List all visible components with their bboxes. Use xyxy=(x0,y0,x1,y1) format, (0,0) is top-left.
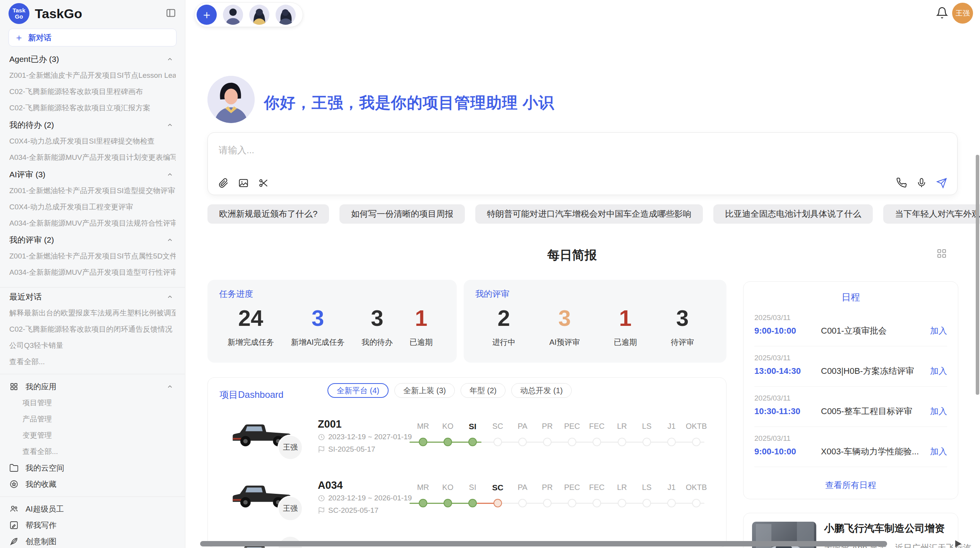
sidebar-item-favorites[interactable]: 我的收藏 xyxy=(9,478,176,490)
vertical-scrollbar[interactable] xyxy=(976,155,979,395)
section-my-apps[interactable]: 我的应用 xyxy=(9,380,176,393)
horizontal-scrollbar[interactable] xyxy=(200,541,887,546)
sidebar-item-cloud-space[interactable]: 我的云空间 xyxy=(9,462,176,474)
view-all-apps-link[interactable]: 查看全部... xyxy=(9,445,176,458)
suggestion-chip[interactable]: 当下年轻人对汽车外观有怎样的喜好趋势 xyxy=(883,204,980,224)
chevron-up-icon[interactable] xyxy=(166,122,173,128)
logo-line2: Go xyxy=(15,14,23,20)
join-link[interactable]: 加入 xyxy=(930,325,947,337)
suggestion-chips: 欧洲新规最近颁布了什么? 如何写一份清晰的项目周报 特朗普可能对进口汽车增税会对… xyxy=(207,204,980,224)
tab-new-platform[interactable]: 全新平台 (4) xyxy=(327,383,389,398)
chevron-up-icon[interactable] xyxy=(166,383,173,390)
milestone-label: LS xyxy=(634,422,659,431)
sidebar-item[interactable]: A034-全新新能源MUV产品开发项目计划变更表编写 xyxy=(9,151,176,164)
logo-line1: Task xyxy=(12,7,25,14)
clock-icon xyxy=(318,433,325,441)
stat-value: 3 xyxy=(291,304,345,332)
sidebar: Task Go TaskGo ＋ 新对话 Agent已办 (3) Z001-全新… xyxy=(0,0,185,548)
stat-label: 新增完成任务 xyxy=(228,337,274,348)
assistant-avatar xyxy=(207,76,255,123)
send-icon[interactable] xyxy=(936,178,947,188)
tab-year-model[interactable]: 年型 (2) xyxy=(461,383,505,398)
project-code: Z001 xyxy=(318,418,342,430)
sidebar-item[interactable]: A034-全新新能源MUV产品开发项目法规符合性评审 xyxy=(9,217,176,229)
sidebar-item[interactable]: C0X4-动力总成开发项目SI里程碑提交物检查 xyxy=(9,135,176,147)
stat-label: AI预评审 xyxy=(549,337,580,348)
milestone-label: SC xyxy=(485,483,510,492)
view-all-chats-link[interactable]: 查看全部... xyxy=(9,356,176,368)
section-ai-review[interactable]: AI评审 (3) xyxy=(9,168,176,181)
app-item-product-mgmt[interactable]: 产品管理 xyxy=(9,413,176,425)
section-agent-done[interactable]: Agent已办 (3) xyxy=(9,53,176,65)
avatar[interactable] xyxy=(223,5,243,25)
sidebar-item[interactable]: A034-全新新能源MUV产品开发项目造型可行性评审 xyxy=(9,266,176,279)
scroll-right-arrow[interactable] xyxy=(955,540,961,547)
avatar[interactable] xyxy=(276,5,296,25)
join-link[interactable]: 加入 xyxy=(930,446,947,457)
chevron-up-icon[interactable] xyxy=(166,56,173,63)
milestone-label: OKTB xyxy=(684,483,709,492)
add-agent-button[interactable]: ＋ xyxy=(197,5,217,25)
sidebar-item-creative-drawing[interactable]: 创意制图 xyxy=(9,535,176,548)
collapse-sidebar-icon[interactable] xyxy=(166,8,176,18)
attachment-icon[interactable] xyxy=(218,178,229,188)
stat: 1已逾期 xyxy=(614,304,637,348)
join-link[interactable]: 加入 xyxy=(930,406,947,417)
section-my-review[interactable]: 我的评审 (2) xyxy=(9,234,176,246)
user-avatar[interactable]: 王强 xyxy=(952,3,973,24)
milestone-node xyxy=(642,499,651,507)
flag-icon xyxy=(318,446,325,453)
recent-chat-item[interactable]: 公司Q3轻卡销量 xyxy=(9,339,176,352)
milestone-label: PEC xyxy=(560,483,584,492)
sidebar-item[interactable]: Z001-全新燃油轻卡产品开发项目SI节点属性5D文件评审 xyxy=(9,250,176,262)
app-item-change-mgmt[interactable]: 变更管理 xyxy=(9,429,176,442)
suggestion-chip[interactable]: 如何写一份清晰的项目周报 xyxy=(339,204,465,224)
suggestion-chip[interactable]: 特朗普可能对进口汽车增税会对中国车企造成哪些影响 xyxy=(475,204,703,224)
sidebar-item[interactable]: C02-飞腾新能源轻客改款项目里程碑画布 xyxy=(9,86,176,98)
chevron-up-icon[interactable] xyxy=(166,171,173,178)
layout-grid-icon[interactable] xyxy=(936,248,947,259)
chevron-up-icon[interactable] xyxy=(166,236,173,243)
phone-icon[interactable] xyxy=(896,178,907,188)
divider xyxy=(0,497,185,497)
app-item-project-mgmt[interactable]: 项目管理 xyxy=(9,397,176,409)
sidebar-item[interactable]: C02-飞腾新能源轻客改款项目立项汇报方案 xyxy=(9,102,176,114)
schedule-time: 9:00-10:00 xyxy=(754,326,821,336)
recent-chat-item[interactable]: C02-飞腾新能源轻客改款项目的闭环通告反馈情况 xyxy=(9,323,176,336)
join-link[interactable]: 加入 xyxy=(930,365,947,377)
project-dates: 2023-12-19 ~ 2026-01-19 xyxy=(318,494,412,502)
card-title: 我的评审 xyxy=(475,288,711,300)
stat-value: 1 xyxy=(614,304,637,332)
sidebar-item-help-me-write[interactable]: 帮我写作 xyxy=(9,519,176,531)
scissors-icon[interactable] xyxy=(258,178,269,188)
milestone-node xyxy=(692,438,701,446)
new-chat-button[interactable]: ＋ 新对话 xyxy=(9,29,176,46)
suggestion-chip[interactable]: 欧洲新规最近颁布了什么? xyxy=(207,204,329,224)
briefing-title: 每日简报 xyxy=(207,247,937,264)
section-my-todo[interactable]: 我的待办 (2) xyxy=(9,119,176,131)
input-right-toolbar xyxy=(896,178,947,188)
schedule-date: 2025/03/11 xyxy=(754,394,791,402)
milestone-node xyxy=(518,499,527,507)
chevron-up-icon[interactable] xyxy=(166,293,173,300)
avatar[interactable] xyxy=(249,5,269,25)
image-icon[interactable] xyxy=(238,178,249,188)
stat-value: 3 xyxy=(362,304,392,332)
sidebar-item-ai-super-staff[interactable]: AI超级员工 xyxy=(9,503,176,515)
sidebar-item[interactable]: Z001-全新燃油轻卡产品开发项目SI造型提交物评审 xyxy=(9,185,176,197)
apps-grid-icon xyxy=(9,382,19,391)
suggestion-chip[interactable]: 比亚迪全固态电池计划具体说了什么 xyxy=(713,204,873,224)
section-recent-chats[interactable]: 最近对话 xyxy=(9,291,176,303)
sidebar-item[interactable]: Z001-全新燃油皮卡产品开发项目SI节点Lesson Learn报告 xyxy=(9,69,176,82)
sidebar-item[interactable]: C0X4-动力总成开发项目工程变更评审 xyxy=(9,201,176,213)
view-all-schedule-link[interactable]: 查看所有日程 xyxy=(744,480,958,491)
microphone-icon[interactable] xyxy=(916,178,927,188)
chat-input[interactable] xyxy=(218,141,800,159)
tab-powertrain[interactable]: 动总开发 (1) xyxy=(511,383,572,398)
stat: 2进行中 xyxy=(492,304,516,348)
notifications-bell-icon[interactable] xyxy=(936,7,948,19)
tab-new-body[interactable]: 全新上装 (3) xyxy=(394,383,455,398)
milestone-node-done xyxy=(468,438,477,446)
recent-chat-item[interactable]: 解释最新出台的欧盟报废车法规再生塑料比例被调至15%... xyxy=(9,307,176,319)
schedule-item: 2025/03/11 10:30-11:30 C005-整车工程目标评审 加入 xyxy=(754,386,947,427)
